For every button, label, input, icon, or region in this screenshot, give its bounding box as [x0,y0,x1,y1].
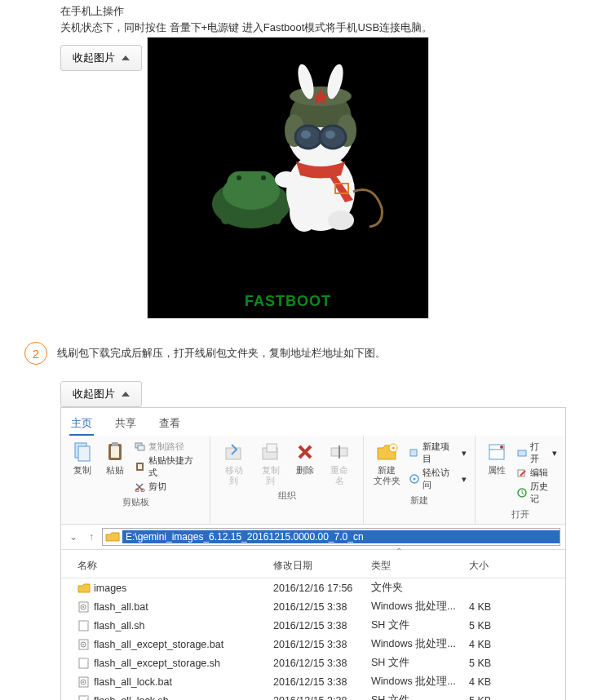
sh-icon [77,695,91,701]
file-type: Windows 批处理... [371,675,469,689]
paste-button[interactable]: 粘贴 [100,439,130,477]
new-folder-button[interactable]: ✦ 新建 文件夹 [370,439,404,488]
header-size[interactable]: 大小 [469,559,534,573]
header-name[interactable]: 名称 [61,559,273,573]
group-new-label: 新建 [410,493,428,508]
file-row[interactable]: flash_all_except_storage.bat2016/12/15 3… [61,635,565,653]
file-row[interactable]: images2016/12/16 17:56文件夹 [61,578,565,597]
tab-view[interactable]: 查看 [157,413,182,436]
svg-rect-31 [138,464,142,469]
copy-icon [71,441,94,463]
file-size: 4 KB [469,676,534,688]
svg-rect-46 [518,450,526,456]
copyto-button[interactable]: 复制到 [254,439,287,488]
intro-line-2: 关机状态下，同时按住 音量下+电源键 进入Fastboot模式将手机USB连接电… [60,20,593,35]
svg-point-51 [82,606,84,608]
file-type: SH 文件 [371,693,469,700]
svg-point-20 [325,131,335,139]
properties-icon [485,441,508,463]
fastboot-text: FASTBOOT [148,293,428,310]
file-name: images [94,583,126,594]
collapse-image-button-1[interactable]: 收起图片 [60,45,142,71]
easy-access-icon [409,473,420,485]
cut-icon [135,481,146,493]
nav-up-icon[interactable]: ↑ [86,529,97,544]
triangle-up-icon [122,392,130,397]
mi-bunny-illustration [182,49,394,261]
cut-button[interactable]: 剪切 [135,481,201,493]
file-row[interactable]: flash_all_except_storage.sh2016/12/15 3:… [61,653,565,672]
tab-share[interactable]: 共享 [113,413,138,436]
tab-home[interactable]: 主页 [69,413,94,436]
svg-point-55 [82,644,84,645]
svg-rect-2 [227,171,276,196]
chevron-down-icon: ▾ [462,448,467,459]
svg-rect-27 [112,442,118,446]
file-type: SH 文件 [371,618,469,632]
file-row[interactable]: flash_all_lock.bat2016/12/15 3:38Windows… [61,672,565,691]
bat-icon [77,601,91,613]
group-organize-label: 组织 [278,488,296,503]
chevron-down-icon: ▾ [552,448,557,459]
new-item-button[interactable]: 新建项目▾ [409,441,467,465]
address-bar[interactable]: E:\gemini_images_6.12.15_20161215.0000.0… [102,528,560,546]
chevron-down-icon: ▾ [462,474,467,485]
explorer-tabs: 主页 共享 查看 [61,408,565,436]
svg-rect-29 [138,445,144,450]
svg-point-43 [413,478,415,481]
group-open-label: 打开 [511,507,529,522]
svg-point-19 [301,131,311,139]
file-date: 2016/12/15 3:38 [273,620,371,631]
svg-rect-24 [78,446,90,461]
bat-icon [77,639,91,650]
file-explorer-window: 主页 共享 查看 复制 粘贴 复制路径 粘贴快捷方 [60,407,566,700]
file-size: 5 KB [469,695,534,701]
open-icon [516,447,528,459]
svg-point-45 [500,445,503,449]
nav-dropdown-icon[interactable]: ⌄ [66,529,81,544]
svg-rect-41 [410,450,417,456]
file-size: 5 KB [469,620,534,631]
moveto-button[interactable]: 移动到 [217,439,250,488]
file-type: 文件夹 [371,581,469,595]
svg-rect-56 [79,658,88,668]
header-type[interactable]: 类型 [371,559,469,573]
moveto-icon [223,441,246,463]
header-date[interactable]: 修改日期 [273,559,371,573]
file-date: 2016/12/16 17:56 [273,583,371,594]
file-name: flash_all_lock.sh [94,695,169,701]
paste-shortcut-button[interactable]: 粘贴快捷方式 [135,454,201,479]
paste-shortcut-icon [135,461,146,472]
history-button[interactable]: 历史记 [516,481,557,505]
svg-rect-26 [111,446,119,458]
delete-button[interactable]: 删除 [290,439,320,477]
copy-button[interactable]: 复制 [68,439,97,477]
file-row[interactable]: flash_all_lock.sh2016/12/15 3:38SH 文件5 K… [61,691,565,700]
new-item-icon [409,447,420,459]
properties-button[interactable]: 属性 [482,439,511,477]
file-type: SH 文件 [371,656,469,670]
rename-button[interactable]: 重命名 [323,439,356,488]
file-date: 2016/12/15 3:38 [273,695,371,701]
copy-path-button[interactable]: 复制路径 [135,441,201,453]
copy-path-icon [135,441,146,453]
svg-rect-5 [221,204,231,224]
file-name: flash_all.sh [94,620,145,631]
file-name: flash_all_except_storage.sh [94,658,220,669]
rename-icon [328,441,351,463]
bat-icon [77,676,91,688]
file-row[interactable]: flash_all.bat2016/12/15 3:38Windows 批处理.… [61,597,565,616]
file-date: 2016/12/15 3:38 [273,601,371,613]
file-date: 2016/12/15 3:38 [273,676,371,688]
folder-icon [105,531,120,543]
collapse-image-button-2[interactable]: 收起图片 [60,381,142,407]
file-row[interactable]: flash_all.sh2016/12/15 3:38SH 文件5 KB [61,616,565,635]
new-folder-icon: ✦ [375,441,398,463]
step-description: 线刷包下载完成后解压，打开线刷包文件夹，复制地址栏地址如下图。 [57,346,386,361]
svg-point-4 [261,175,266,180]
column-headers: 名称 修改日期 类型 大小 [61,554,565,578]
intro-line-1: 在手机上操作 [60,4,593,19]
open-button[interactable]: 打开▾ [516,441,557,465]
easy-access-button[interactable]: 轻松访问▾ [409,467,467,491]
edit-button[interactable]: 编辑 [516,467,557,479]
